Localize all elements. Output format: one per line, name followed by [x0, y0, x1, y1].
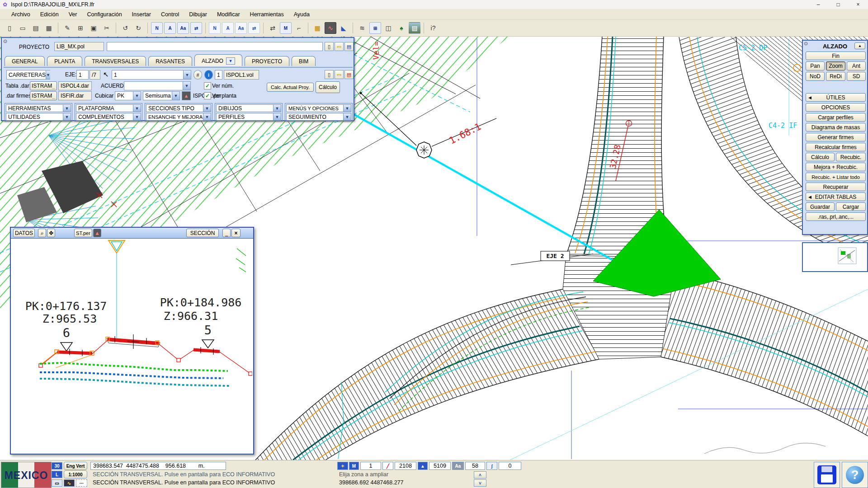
dar-firmes-button[interactable]: ISTRAM...: [30, 91, 57, 100]
utiles-button[interactable]: ◀ÚTILES: [806, 93, 866, 102]
macro-m-icon[interactable]: M: [280, 22, 292, 34]
mesh-icon[interactable]: ▦: [311, 22, 323, 34]
menu-item[interactable]: Insertar: [127, 10, 156, 19]
calc-actual-button[interactable]: Calc. Actual Proy.: [267, 83, 314, 92]
sd-button[interactable]: SD: [847, 72, 866, 81]
generar-firmes-button[interactable]: Generar firmes: [806, 133, 866, 141]
editar-tablas-button[interactable]: ◀EDITAR TABLAS: [806, 192, 866, 201]
chevron-down-icon[interactable]: ▼: [273, 105, 281, 112]
utilidades-combo[interactable]: UTILIDADES▼: [6, 113, 71, 121]
close-icon[interactable]: ×: [231, 229, 241, 237]
opciones-button[interactable]: OPCIONES: [806, 103, 866, 112]
perfiles-combo[interactable]: PERFILES▼: [216, 113, 281, 121]
window-pan-icon[interactable]: N: [151, 22, 163, 34]
redi-button[interactable]: ReDi: [826, 72, 845, 81]
save-icon[interactable]: ▤: [30, 22, 42, 34]
print-icon[interactable]: ▦: [43, 22, 55, 34]
field-2108[interactable]: 2108: [395, 462, 416, 470]
eje-combo[interactable]: 1▼: [112, 70, 191, 80]
recubic-listar-button[interactable]: Recubic. + Listar todo: [806, 173, 866, 181]
pen-icon[interactable]: ✎: [61, 22, 73, 34]
help-info-icon[interactable]: i?: [427, 22, 439, 34]
calculo-button[interactable]: Cálculo: [806, 153, 835, 161]
pin-icon[interactable]: ⊙: [3, 39, 8, 44]
chevron-down-icon[interactable]: ▼: [183, 70, 191, 79]
proyecto-field-2[interactable]: [107, 42, 323, 51]
tab-planta[interactable]: PLANTA: [47, 56, 82, 66]
new-icon[interactable]: ▯: [4, 22, 15, 34]
field-5109[interactable]: 5109: [429, 462, 451, 470]
proyecto-field[interactable]: LIB_MX.pol: [54, 42, 104, 51]
open-file-icon[interactable]: ▭: [335, 70, 344, 79]
vol-file-field[interactable]: ISPOL1.vol: [224, 70, 259, 80]
seccion-titlebar[interactable]: DATOS ⌕ ✥ ST.per ▲ SECCIÓN _ ×: [11, 228, 253, 239]
save-file-icon[interactable]: ▤: [344, 70, 354, 79]
dar-firmes-file[interactable]: ISFIR.dar: [58, 91, 92, 100]
menu-item[interactable]: Edición: [35, 10, 64, 19]
recubic-button[interactable]: Recubic.: [836, 153, 866, 161]
segment-icon[interactable]: ╱: [382, 462, 393, 470]
profile-chart-icon[interactable]: ∿: [325, 22, 336, 34]
minimap[interactable]: [802, 242, 868, 272]
close-button[interactable]: ×: [848, 0, 868, 9]
minimize-button[interactable]: –: [808, 0, 828, 9]
ver-planta-checkbox[interactable]: ✓: [204, 92, 211, 99]
field-58[interactable]: 58: [465, 462, 485, 470]
save-file-icon[interactable]: ▤: [344, 42, 354, 51]
menu-item[interactable]: Archivo: [6, 10, 35, 19]
chevron-down-icon[interactable]: ▼: [203, 105, 211, 112]
chevron-down-icon[interactable]: ▼: [63, 105, 71, 112]
m-icon[interactable]: M: [349, 462, 359, 470]
aa-icon[interactable]: Aa: [452, 462, 464, 470]
pan-tool-icon[interactable]: ✥: [47, 229, 55, 237]
chevron-down-icon[interactable]: ▼: [343, 113, 351, 120]
menu-item[interactable]: Ver: [64, 10, 82, 19]
chevron-down-icon[interactable]: ▼: [343, 105, 351, 112]
eco-boat-icon[interactable]: ✦: [337, 462, 348, 470]
mode-combo[interactable]: CARRETERAS▼: [6, 70, 50, 80]
recalcular-firmes-button[interactable]: Recalcular firmes: [806, 143, 866, 151]
chevron-down-icon[interactable]: ▼: [133, 105, 141, 112]
new-file-icon[interactable]: ▯: [325, 70, 334, 79]
zoom-button[interactable]: Zoom: [826, 61, 845, 70]
menus-opciones-combo[interactable]: MENÚS Y OPCIONES▼: [286, 104, 351, 112]
zoom-a-icon[interactable]: A: [222, 22, 234, 34]
chevron-down-icon[interactable]: ▼: [172, 92, 179, 100]
tab-general[interactable]: GENERAL: [5, 56, 45, 66]
profile-icon[interactable]: ▲: [182, 91, 191, 100]
box-icon[interactable]: ◫: [382, 22, 394, 34]
scale-button[interactable]: 1:1000: [64, 470, 87, 479]
grid-box-icon[interactable]: ⋯: [76, 479, 87, 487]
tab-alzado[interactable]: ALZADO ▼: [194, 54, 242, 66]
fin-button[interactable]: Fin: [806, 52, 866, 60]
field-0[interactable]: 0: [499, 462, 521, 470]
semisuma-combo[interactable]: Semisuma▼: [143, 91, 180, 100]
calculo-button[interactable]: Cálculo: [316, 81, 340, 93]
minimize-icon[interactable]: _: [222, 229, 231, 237]
chevron-down-icon[interactable]: ▼: [183, 82, 190, 90]
paste-icon[interactable]: ▣: [88, 22, 99, 34]
chevron-down-icon[interactable]: ▼: [63, 113, 71, 120]
ras-prl-anc-button[interactable]: .ras,.prl,.anc,...: [806, 212, 866, 221]
table-icon[interactable]: ⊞: [369, 22, 381, 34]
zoom-tool-icon[interactable]: ⌕: [38, 229, 46, 237]
tab-proyecto[interactable]: PROYECTO: [245, 56, 289, 66]
tree-icon[interactable]: ♠: [396, 22, 407, 34]
eng-vert-button[interactable]: Eng Vert: [64, 462, 87, 470]
window-zoom-icon[interactable]: A: [164, 22, 176, 34]
pan-icon[interactable]: N: [209, 22, 221, 34]
chevron-down-icon[interactable]: ▼: [133, 113, 141, 120]
redraw-icon[interactable]: ⇄: [248, 22, 260, 34]
save-button[interactable]: [814, 462, 840, 488]
ver-num-checkbox[interactable]: ✓: [204, 82, 211, 89]
plataforma-combo[interactable]: PLATAFORMA▼: [76, 104, 141, 112]
eje-number-field[interactable]: 1: [76, 70, 89, 80]
tab-rasantes[interactable]: RASANTES: [148, 56, 192, 66]
copy-icon[interactable]: ⊞: [75, 22, 86, 34]
help-button[interactable]: ?: [842, 462, 868, 488]
menu-item[interactable]: Configuración: [82, 10, 127, 19]
open-file-icon[interactable]: ▭: [335, 42, 344, 51]
chevron-down-icon[interactable]: ▼: [133, 92, 141, 100]
triangle-icon[interactable]: ▲: [418, 462, 428, 470]
new-file-icon[interactable]: ▯: [325, 42, 334, 51]
